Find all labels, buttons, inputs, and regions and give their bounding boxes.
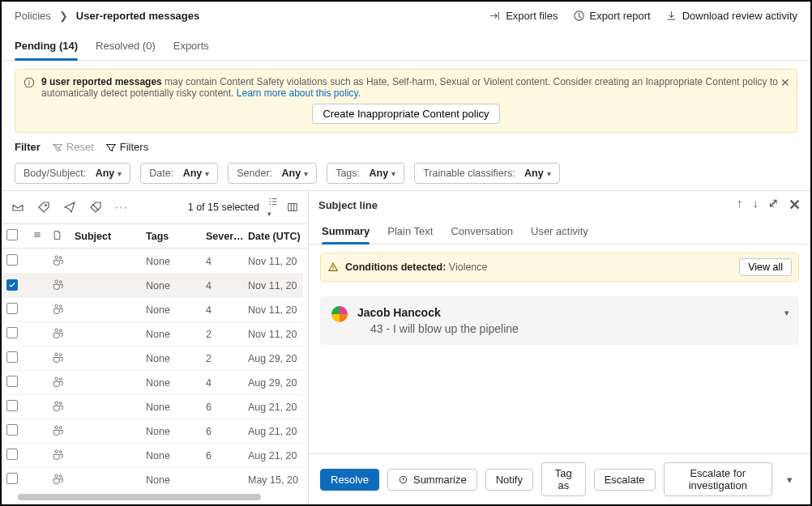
tag-icon[interactable]: [37, 201, 50, 214]
cell-severity: 6: [204, 426, 246, 437]
tab-plain-text[interactable]: Plain Text: [387, 220, 433, 244]
tag-as-button[interactable]: Tag as: [541, 462, 586, 496]
columns-icon[interactable]: [287, 202, 298, 213]
filter-body-subject[interactable]: Body/Subject: Any▾: [15, 163, 130, 184]
message-author: Jacob Hancock: [357, 306, 519, 319]
teams-icon: [52, 449, 65, 460]
main-tabs: Pending (14) Resolved (0) Exports: [2, 33, 810, 61]
chevron-down-icon[interactable]: ▾: [784, 308, 789, 318]
svg-point-14: [55, 377, 58, 381]
download-review-activity-button[interactable]: Download review activity: [665, 10, 797, 22]
filter-sender[interactable]: Sender: Any▾: [228, 163, 317, 184]
table-row[interactable]: None6Aug 21, 20: [2, 419, 303, 444]
tab-conversation[interactable]: Conversation: [451, 220, 513, 244]
export-files-label: Export files: [506, 10, 558, 22]
filter-classifiers[interactable]: Trainable classifiers: Any▾: [414, 163, 560, 184]
cell-severity: 2: [204, 329, 246, 340]
arrow-up-icon[interactable]: ↑: [737, 196, 743, 214]
horizontal-scrollbar[interactable]: [10, 491, 300, 503]
mark-read-icon[interactable]: [11, 201, 24, 214]
escalate-button[interactable]: Escalate: [594, 469, 656, 491]
send-icon[interactable]: [63, 201, 76, 214]
filter-date[interactable]: Date: Any▾: [140, 163, 218, 184]
chevron-down-icon: ▾: [547, 169, 551, 178]
row-checkbox[interactable]: [6, 449, 18, 460]
banner-learn-more-link[interactable]: Learn more about this policy.: [237, 87, 361, 99]
svg-point-2: [45, 205, 47, 206]
close-icon[interactable]: ✕: [780, 76, 790, 89]
escalate-investigation-button[interactable]: Escalate for investigation: [664, 462, 772, 496]
order-column-icon[interactable]: [32, 230, 42, 240]
column-tags[interactable]: Tags: [144, 231, 204, 242]
row-checkbox[interactable]: [6, 254, 18, 266]
close-icon[interactable]: ✕: [788, 196, 801, 214]
svg-point-22: [55, 474, 58, 478]
filter-label: Filter: [15, 141, 41, 153]
tab-resolved[interactable]: Resolved (0): [96, 33, 156, 60]
banner-text: 9 user reported messages may contain Con…: [41, 76, 788, 99]
column-subject[interactable]: Subject: [73, 231, 144, 242]
chevron-right-icon: ❯: [59, 10, 68, 22]
row-checkbox[interactable]: [6, 279, 18, 291]
avatar: [331, 306, 348, 322]
document-column-icon[interactable]: [52, 230, 62, 240]
more-icon[interactable]: ···: [115, 201, 129, 214]
expand-icon[interactable]: ⤢: [768, 196, 779, 214]
svg-point-21: [59, 451, 62, 453]
column-severity[interactable]: Severity: [204, 231, 246, 242]
row-checkbox[interactable]: [6, 473, 18, 484]
arrow-down-icon[interactable]: ↓: [753, 196, 759, 214]
svg-point-18: [55, 426, 58, 429]
table-body[interactable]: None4Nov 11, 20None4Nov 11, 20None4Nov 1…: [2, 249, 303, 490]
summarize-button[interactable]: Summarize: [387, 469, 477, 491]
svg-point-12: [55, 353, 58, 356]
table-row[interactable]: None4Aug 29, 20: [2, 371, 303, 395]
summarize-icon: [398, 474, 408, 485]
table-row[interactable]: None2Nov 11, 20: [2, 322, 303, 347]
tab-exports[interactable]: Exports: [173, 33, 209, 60]
detail-tabs: Summary Plain Text Conversation User act…: [309, 220, 810, 244]
column-date[interactable]: Date (UTC): [246, 231, 305, 242]
untag-icon[interactable]: [89, 201, 102, 214]
message-card[interactable]: Jacob Hancock 43 - I will blow up the pi…: [320, 296, 799, 345]
teams-icon: [52, 279, 65, 290]
create-policy-button[interactable]: Create Inappropriate Content policy: [312, 104, 499, 124]
group-by-icon[interactable]: ▾: [267, 196, 279, 219]
row-checkbox[interactable]: [6, 327, 18, 338]
row-checkbox[interactable]: [6, 351, 18, 363]
export-report-button[interactable]: Export report: [573, 10, 651, 22]
table-row[interactable]: NoneMay 15, 20: [2, 468, 303, 490]
selection-count: 1 of 15 selected: [188, 202, 259, 213]
conditions-banner: Conditions detected: Violence View all: [320, 253, 799, 282]
breadcrumb-root[interactable]: Policies: [15, 10, 51, 22]
row-checkbox[interactable]: [6, 424, 18, 436]
tab-user-activity[interactable]: User activity: [531, 220, 588, 244]
cell-date: Aug 29, 20: [246, 353, 303, 364]
row-checkbox[interactable]: [6, 400, 18, 411]
warning-icon: [327, 262, 339, 273]
teams-icon: [52, 303, 65, 314]
table-row[interactable]: None6Aug 21, 20: [2, 444, 303, 468]
view-all-button[interactable]: View all: [739, 258, 792, 276]
reset-filter-button[interactable]: Reset: [52, 141, 94, 153]
teams-icon: [52, 376, 65, 387]
resolve-button[interactable]: Resolve: [320, 469, 379, 491]
tab-pending[interactable]: Pending (14): [15, 33, 78, 60]
breadcrumb-current: User-reported messages: [76, 10, 199, 22]
select-all-checkbox[interactable]: [6, 229, 18, 240]
table-row[interactable]: None6Aug 21, 20: [2, 395, 303, 419]
table-row[interactable]: None4Nov 11, 20: [2, 249, 303, 274]
notify-button[interactable]: Notify: [485, 469, 533, 491]
more-actions-button[interactable]: ▾: [780, 470, 799, 489]
tab-summary[interactable]: Summary: [322, 220, 370, 244]
filters-button[interactable]: Filters: [105, 141, 148, 153]
filter-tags[interactable]: Tags: Any▾: [327, 163, 404, 184]
table-row[interactable]: None2Aug 29, 20: [2, 347, 303, 371]
row-checkbox[interactable]: [6, 303, 18, 314]
row-checkbox[interactable]: [6, 376, 18, 387]
table-row[interactable]: None4Nov 11, 20: [2, 274, 303, 298]
export-files-button[interactable]: Export files: [489, 10, 558, 22]
svg-point-15: [59, 378, 62, 381]
cell-severity: 4: [204, 256, 246, 267]
table-row[interactable]: None4Nov 11, 20: [2, 298, 303, 322]
